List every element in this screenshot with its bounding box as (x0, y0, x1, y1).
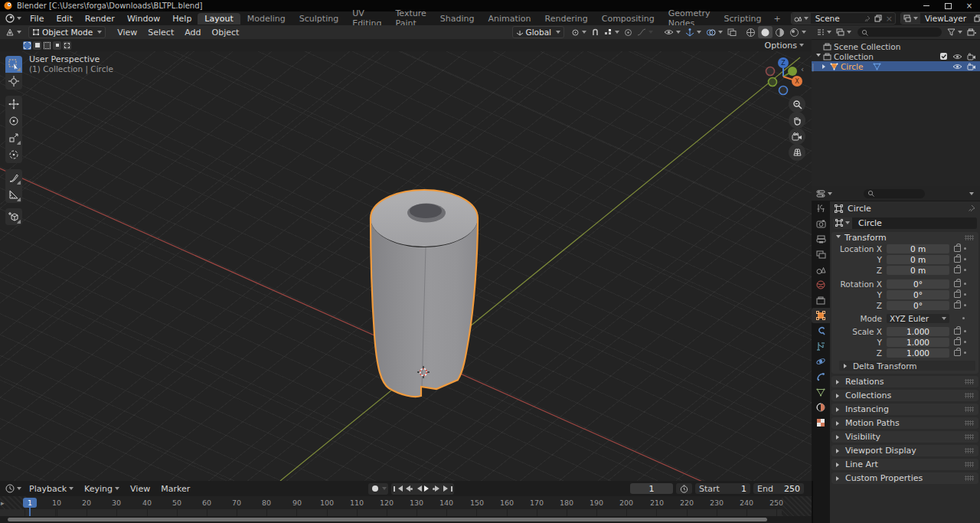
expand-icon[interactable] (816, 54, 821, 59)
breadcrumb-object-name[interactable]: Circle (848, 204, 871, 214)
select-mode-extend-button[interactable] (33, 41, 41, 50)
menu-select[interactable]: Select (142, 28, 179, 38)
exclude-checkbox[interactable] (939, 52, 948, 60)
move-tool[interactable] (5, 96, 22, 113)
select-mode-invert-button[interactable] (53, 41, 61, 50)
tab-modifier-properties[interactable] (812, 323, 830, 338)
next-keyframe-button[interactable] (433, 484, 443, 494)
menu-playback[interactable]: Playback (24, 484, 79, 494)
annotate-tool[interactable] (5, 169, 22, 186)
scene-selector[interactable]: Scene × (791, 12, 896, 25)
properties-search-input[interactable] (864, 189, 925, 198)
scale-tool[interactable] (5, 129, 22, 146)
collection-label[interactable]: Collection (834, 52, 874, 61)
blender-menu-button[interactable] (3, 12, 24, 25)
scale-x-field[interactable]: 1.000 (887, 327, 949, 336)
location-x-field[interactable]: 0 m (887, 244, 949, 253)
tab-object-properties[interactable] (812, 308, 830, 323)
playhead-line[interactable] (29, 508, 31, 516)
hide-eye-icon[interactable] (952, 63, 962, 70)
location-z-field[interactable]: 0 m (887, 266, 949, 275)
circle-object[interactable] (371, 190, 478, 397)
transform-tool[interactable] (5, 146, 22, 163)
select-box-tool[interactable] (5, 56, 22, 73)
panel-grip-icon[interactable] (965, 420, 974, 426)
tab-collection-properties[interactable] (812, 293, 830, 308)
frame-start-field[interactable]: Start 1 (695, 483, 750, 494)
new-collection-button[interactable] (965, 26, 978, 38)
animate-dot[interactable] (964, 341, 966, 343)
panel-grip-icon[interactable] (965, 462, 974, 467)
proportional-falloff-button[interactable] (635, 26, 655, 38)
tab-texture-properties[interactable] (812, 415, 830, 430)
line-art-panel[interactable]: Line Art (831, 459, 978, 470)
panel-grip-icon[interactable] (965, 393, 974, 398)
snap-settings-button[interactable] (602, 26, 622, 38)
prev-keyframe-button[interactable] (403, 484, 413, 494)
lock-icon[interactable] (954, 257, 961, 263)
view-layer-name[interactable]: ViewLayer (920, 14, 972, 23)
timeline-editor-type-button[interactable] (3, 482, 24, 495)
shading-wireframe-button[interactable] (743, 26, 758, 38)
lock-icon[interactable] (954, 281, 961, 287)
object-name-input[interactable]: Circle (852, 217, 977, 229)
current-frame-badge[interactable]: 1 (23, 498, 37, 508)
animate-dot[interactable] (964, 351, 966, 354)
animate-dot[interactable] (964, 247, 966, 250)
lock-icon[interactable] (954, 329, 961, 335)
menu-view[interactable]: View (125, 484, 155, 494)
select-mode-new-button[interactable] (23, 41, 31, 50)
gizmo-y-axis-ball[interactable] (788, 67, 797, 76)
menu-marker[interactable]: Marker (155, 484, 195, 494)
ruler-collapse-arrow[interactable]: ▸ (1, 499, 5, 507)
select-mode-subtract-button[interactable] (43, 41, 51, 50)
instancing-panel[interactable]: Instancing (831, 404, 978, 415)
object-visibility-button[interactable] (662, 26, 683, 38)
rotation-y-field[interactable]: 0° (887, 290, 949, 299)
transform-orientation-dropdown[interactable]: Global (512, 26, 565, 38)
xray-toggle-button[interactable] (725, 26, 739, 38)
proportional-editing-button[interactable] (622, 26, 635, 38)
scale-y-field[interactable]: 1.000 (887, 338, 949, 347)
animate-dot[interactable] (964, 258, 966, 260)
navigation-gizmo[interactable]: Z X (762, 55, 806, 100)
hide-eye-icon[interactable] (952, 53, 962, 60)
viewport-display-panel[interactable]: Viewport Display (831, 445, 978, 456)
panel-grip-icon[interactable] (965, 407, 974, 412)
lock-icon[interactable] (954, 267, 961, 273)
outliner-row-scene-collection[interactable]: Scene Collection (812, 41, 980, 51)
close-button[interactable]: × (959, 0, 980, 11)
panel-grip-icon[interactable] (965, 379, 974, 384)
tab-render-properties[interactable] (812, 216, 830, 231)
animate-dot[interactable] (964, 283, 966, 285)
transform-panel-header[interactable]: Transform (831, 232, 978, 244)
pin-icon[interactable] (864, 15, 871, 22)
circle-object-label[interactable]: Circle (841, 62, 864, 71)
menu-view[interactable]: View (112, 28, 142, 38)
motion-paths-panel[interactable]: Motion Paths (831, 417, 978, 429)
expand-icon[interactable] (822, 64, 828, 69)
menu-add[interactable]: Add (179, 28, 206, 38)
tab-scripting[interactable]: Scripting (717, 13, 769, 25)
menu-render[interactable]: Render (79, 14, 121, 24)
copy-icon[interactable] (874, 15, 882, 22)
measure-tool[interactable] (5, 186, 22, 203)
scene-browse-button[interactable] (792, 13, 811, 24)
gizmos-toggle-button[interactable] (683, 26, 704, 38)
jump-to-end-button[interactable] (443, 484, 452, 494)
pan-button[interactable] (789, 112, 805, 129)
tab-particle-properties[interactable] (812, 369, 830, 384)
custom-properties-panel[interactable]: Custom Properties (831, 472, 978, 484)
rotation-z-field[interactable]: 0° (887, 301, 949, 310)
add-workspace-button[interactable]: + (768, 14, 786, 24)
tab-layout[interactable]: Layout (198, 13, 240, 25)
tab-shading[interactable]: Shading (433, 13, 482, 25)
menu-window[interactable]: Window (121, 14, 166, 24)
object-id-browse-button[interactable] (833, 217, 852, 229)
relations-panel[interactable]: Relations (831, 376, 978, 387)
cursor-tool[interactable] (5, 73, 22, 90)
play-button[interactable] (423, 484, 433, 494)
menu-object[interactable]: Object (207, 28, 245, 38)
location-y-field[interactable]: 0 m (887, 255, 949, 264)
current-frame-field[interactable]: 1 (630, 483, 673, 494)
